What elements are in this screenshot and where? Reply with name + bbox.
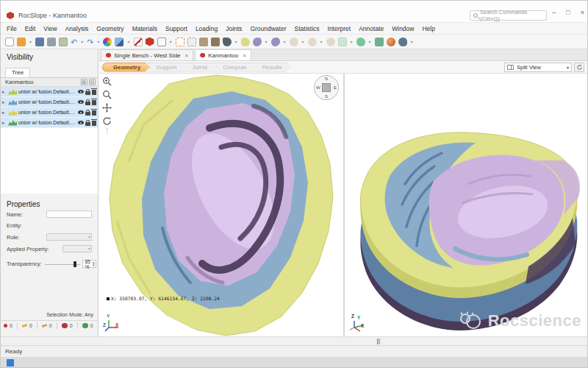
eye-icon[interactable] xyxy=(78,110,84,114)
tab-close-icon[interactable]: × xyxy=(185,52,189,59)
menu-annotate[interactable]: Annotate xyxy=(359,25,384,32)
menu-geometry[interactable]: Geometry xyxy=(96,25,123,32)
menu-file[interactable]: File xyxy=(7,25,17,32)
disabled-tool-icon-3[interactable] xyxy=(326,38,335,46)
screen-capture-icon[interactable] xyxy=(59,38,68,46)
tab-single-bench-west-side[interactable]: Single Bench - West Side × xyxy=(101,49,193,60)
expander-icon[interactable]: ▸ xyxy=(2,99,7,105)
bench-tool-alt-icon[interactable] xyxy=(211,38,220,46)
eye-icon[interactable] xyxy=(78,100,84,104)
tree-item[interactable]: ▸ union w/ fusion.Default.Mesh_extr xyxy=(1,118,98,128)
compass-cube[interactable] xyxy=(322,83,331,92)
menu-groundwater[interactable]: Groundwater xyxy=(250,25,286,32)
transparency-spinbox[interactable]: 85 % ▲ ▼ xyxy=(82,260,97,268)
expand-all-button[interactable]: ⊞ xyxy=(81,79,87,85)
menu-joints[interactable]: Joints xyxy=(226,25,242,32)
lock-icon[interactable] xyxy=(85,91,90,95)
new-file-icon[interactable] xyxy=(5,38,14,46)
tab-kanmantoo[interactable]: Kanmantoo × xyxy=(195,49,251,60)
display-options-icon[interactable] xyxy=(103,38,112,46)
surface-tool-icon[interactable] xyxy=(241,38,250,46)
lock-icon[interactable] xyxy=(85,102,90,105)
redo-icon[interactable]: ↷ xyxy=(87,38,93,46)
workflow-step-geometry[interactable]: Geometry xyxy=(102,63,150,72)
workflow-step-joints[interactable]: Joints xyxy=(181,63,217,72)
split-view-select[interactable]: Split View ▾ xyxy=(504,63,572,72)
selection-lock-icon[interactable] xyxy=(187,38,196,46)
menu-materials[interactable]: Materials xyxy=(132,25,157,32)
menu-window[interactable]: Window xyxy=(392,25,414,32)
zoom-window-icon[interactable] xyxy=(102,77,112,86)
viewport-left[interactable]: ⋮ N E S W X: 350703.07, Y: 6146154.67, Z… xyxy=(99,74,343,336)
viewport-right[interactable]: Z Y X Rocscience xyxy=(345,74,588,336)
mesh-light-tool-icon[interactable] xyxy=(338,38,347,46)
workflow-step-results[interactable]: Results xyxy=(251,63,292,72)
rotate-icon[interactable] xyxy=(102,116,112,126)
sphere-tool-icon[interactable] xyxy=(387,38,395,46)
lock-icon[interactable] xyxy=(85,122,90,126)
horizontal-scrollbar[interactable] xyxy=(1,336,588,345)
transparent-box-icon[interactable] xyxy=(157,38,166,46)
menu-edit[interactable]: Edit xyxy=(25,25,36,32)
undo-icon[interactable]: ↶ xyxy=(71,38,77,46)
materials-hexagon-icon[interactable] xyxy=(146,38,154,46)
compass-n[interactable]: N xyxy=(325,77,328,81)
selection-mode-value[interactable]: Any xyxy=(85,312,93,317)
expander-icon[interactable]: ▸ xyxy=(2,110,7,116)
annotate-pen-icon[interactable] xyxy=(134,38,143,46)
workflow-step-support[interactable]: Support xyxy=(145,63,186,72)
green-surface-tool-icon[interactable] xyxy=(356,38,365,46)
taskbar-app-icon[interactable] xyxy=(7,359,14,367)
tab-close-icon[interactable]: × xyxy=(243,52,246,59)
expander-icon[interactable]: ▸ xyxy=(2,89,7,95)
role-select[interactable] xyxy=(46,233,92,241)
selection-window-icon[interactable] xyxy=(176,38,184,46)
menu-loading[interactable]: Loading xyxy=(196,25,218,32)
workflow-step-compute[interactable]: Compute xyxy=(212,63,256,72)
zoom-icon[interactable] xyxy=(102,90,112,99)
applied-property-select[interactable] xyxy=(62,245,92,252)
name-field[interactable] xyxy=(46,210,92,218)
dark-surface-tool-icon[interactable] xyxy=(398,38,407,46)
tree-item[interactable]: ▸ union w/ fusion.Default.Mesh_extr xyxy=(1,87,98,97)
trash-icon[interactable] xyxy=(92,100,96,105)
joint-surface-icon-2[interactable] xyxy=(271,38,280,46)
tree-item[interactable]: ▸ union w/ fusion.Default.Mesh_extr xyxy=(1,97,98,107)
menu-statistics[interactable]: Statistics xyxy=(295,25,320,32)
joint-surface-icon[interactable] xyxy=(253,38,262,46)
sync-views-button[interactable] xyxy=(574,63,584,72)
trash-icon[interactable] xyxy=(92,90,96,95)
disabled-tool-icon-2[interactable] xyxy=(308,38,317,46)
minimize-button[interactable]: – xyxy=(552,9,556,16)
compass-e[interactable]: E xyxy=(334,85,337,90)
lock-icon[interactable] xyxy=(85,112,90,116)
save-icon[interactable] xyxy=(35,38,44,46)
background-image-icon[interactable] xyxy=(115,38,123,46)
scrollbar-grip[interactable] xyxy=(377,339,381,344)
expander-icon[interactable]: ▸ xyxy=(2,120,7,126)
bench-tool-icon[interactable] xyxy=(199,38,208,46)
print-icon[interactable] xyxy=(47,38,56,46)
disabled-tool-icon-1[interactable] xyxy=(290,38,298,46)
eye-icon[interactable] xyxy=(78,90,84,93)
close-button[interactable]: × xyxy=(581,9,584,16)
trash-icon[interactable] xyxy=(92,121,96,126)
search-commands-input[interactable]: Search Commands (Ctrl+Q) xyxy=(470,10,547,21)
maximize-button[interactable]: □ xyxy=(566,9,570,16)
more-tools-icon[interactable]: ⋮ xyxy=(102,130,112,132)
measure-tool-icon[interactable] xyxy=(223,38,232,46)
compass-w[interactable]: W xyxy=(316,85,320,90)
eye-icon[interactable] xyxy=(78,121,84,124)
trash-icon[interactable] xyxy=(92,110,96,116)
pan-icon[interactable] xyxy=(102,103,112,113)
compass-widget[interactable]: N E S W xyxy=(314,75,339,100)
spin-down-icon[interactable]: ▼ xyxy=(92,264,95,267)
menu-analysis[interactable]: Analysis xyxy=(65,25,89,32)
tree-group-row[interactable]: Kanmantoo ⊞ ⊟ xyxy=(1,78,98,87)
menu-view[interactable]: View xyxy=(43,25,57,32)
transparency-slider[interactable] xyxy=(45,261,80,268)
compass-s[interactable]: S xyxy=(325,94,328,99)
open-folder-icon[interactable] xyxy=(17,38,26,46)
menu-interpret[interactable]: Interpret xyxy=(328,25,351,32)
menu-help[interactable]: Help xyxy=(422,25,434,32)
